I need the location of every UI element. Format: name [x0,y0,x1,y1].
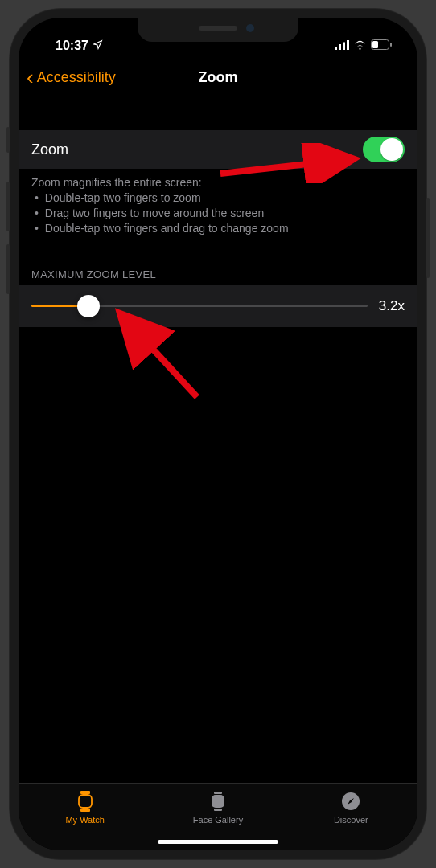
zoom-slider-row: 3.2x [19,285,417,327]
zoom-toggle[interactable] [363,137,405,162]
nav-bar: ‹ Accessibility Zoom [19,56,417,98]
svg-rect-14 [214,809,222,811]
zoom-description: Zoom magnifies the entire screen: Double… [19,169,417,236]
toggle-knob [380,138,403,161]
description-item: Double-tap two fingers and drag to chang… [35,221,405,236]
svg-rect-2 [343,43,345,51]
battery-icon [371,39,392,53]
camera [246,24,254,32]
status-time: 10:37 [56,39,88,53]
tab-label: My Watch [65,815,105,825]
slider-value: 3.2x [379,298,405,314]
speaker [199,26,237,31]
svg-rect-13 [212,795,224,808]
svg-rect-3 [347,40,349,50]
description-item: Double-tap two fingers to zoom [35,190,405,206]
content-area: Zoom Zoom magnifies the entire screen: D… [19,98,417,783]
svg-rect-1 [339,44,341,50]
phone-screen: 10:37 [19,18,417,850]
description-intro: Zoom magnifies the entire screen: [31,175,405,190]
back-button[interactable]: ‹ Accessibility [27,67,116,88]
description-item: Drag two fingers to move around the scre… [35,206,405,221]
volume-down-button [6,244,10,294]
svg-rect-9 [80,791,90,794]
slider-thumb [77,295,100,317]
zoom-slider[interactable] [31,295,368,317]
tab-discover[interactable]: Discover [285,790,417,850]
tab-label: Face Gallery [193,815,243,825]
watch-icon [76,790,94,813]
home-indicator[interactable] [158,840,278,844]
svg-rect-12 [214,792,222,794]
svg-rect-5 [372,41,378,48]
power-button [426,198,430,278]
chevron-left-icon: ‹ [27,67,34,88]
volume-up-button [6,182,10,231]
notch [138,18,298,42]
cellular-icon [335,39,349,53]
compass-icon [341,790,360,813]
location-icon [93,39,103,53]
face-gallery-icon [209,790,227,813]
page-title: Zoom [199,69,238,86]
back-label: Accessibility [37,69,116,86]
zoom-setting-row: Zoom [19,130,417,169]
svg-rect-10 [79,795,92,808]
zoom-label: Zoom [31,141,68,158]
silence-switch [6,127,10,153]
svg-rect-11 [80,809,90,812]
wifi-icon [353,39,367,53]
tab-label: Discover [334,815,368,825]
svg-rect-6 [390,43,392,47]
max-zoom-header: MAXIMUM ZOOM LEVEL [19,236,417,285]
svg-rect-0 [335,47,337,50]
tab-my-watch[interactable]: My Watch [19,790,151,850]
phone-frame: 10:37 [9,8,427,860]
